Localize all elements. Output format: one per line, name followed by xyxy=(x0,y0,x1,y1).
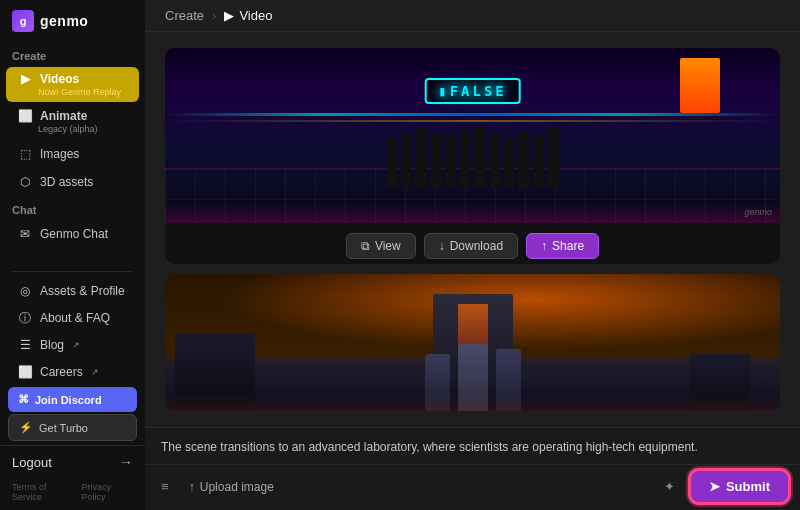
wand-button[interactable]: ✦ xyxy=(660,475,679,498)
person-icon: ◎ xyxy=(18,284,32,298)
view-button[interactable]: ⧉ View xyxy=(346,233,416,259)
sil-7 xyxy=(474,126,486,188)
sidebar-item-careers[interactable]: ⬜ Careers ↗ xyxy=(6,359,139,385)
view-icon: ⧉ xyxy=(361,239,370,253)
join-discord-button[interactable]: ⌘ Join Discord xyxy=(8,387,137,412)
sidebar-item-assets-profile[interactable]: ◎ Assets & Profile xyxy=(6,278,139,304)
sidebar-item-3dassets[interactable]: ⬡ 3D assets xyxy=(6,169,139,195)
logout-button[interactable]: → xyxy=(119,454,133,470)
images-label: Images xyxy=(40,147,79,161)
sil-6 xyxy=(460,130,470,188)
sil-2 xyxy=(401,133,411,188)
blog-icon: ☰ xyxy=(18,338,32,352)
neon-sign: ▮FALSE xyxy=(424,78,521,104)
careers-icon: ⬜ xyxy=(18,365,32,379)
images-icon: ⬚ xyxy=(18,147,32,161)
breadcrumb-create: Create xyxy=(165,8,204,23)
logout-label: Logout xyxy=(12,455,52,470)
sil-5 xyxy=(445,136,456,188)
settings-button[interactable]: ≡ xyxy=(157,475,173,498)
video-thumbnail-1[interactable]: ▮FALSE xyxy=(165,48,780,223)
chat-section-label: Chat xyxy=(0,196,145,220)
sil-8 xyxy=(490,134,500,188)
chat-icon: ✉ xyxy=(18,227,32,241)
watermark: genmo xyxy=(744,207,772,217)
bottom-area: The scene transitions to an advanced lab… xyxy=(145,427,800,510)
blog-label: Blog xyxy=(40,338,64,352)
sil-1 xyxy=(387,138,397,188)
footer-links: Terms of Service Privacy Policy xyxy=(0,478,145,506)
careers-label: Careers xyxy=(40,365,83,379)
turbo-label: Get Turbo xyxy=(39,422,88,434)
sidebar-item-blog[interactable]: ☰ Blog ↗ xyxy=(6,332,139,358)
upload-label: Upload image xyxy=(200,480,274,494)
sidebar-divider-1 xyxy=(12,271,133,272)
upload-image-button[interactable]: ↑ Upload image xyxy=(181,476,282,498)
blog-external-icon: ↗ xyxy=(72,340,80,350)
floor-glow xyxy=(165,203,780,223)
breadcrumb-separator: › xyxy=(212,8,216,23)
input-row: ≡ ↑ Upload image ✦ ➤ Submit xyxy=(145,464,800,510)
privacy-link[interactable]: Privacy Policy xyxy=(82,482,133,502)
submit-button[interactable]: ➤ Submit xyxy=(691,471,788,502)
submit-label: Submit xyxy=(726,479,770,494)
sidebar-item-animate[interactable]: ⬜ Animate Legacy (alpha) xyxy=(6,104,139,139)
logo-area: g genmo xyxy=(0,0,145,42)
breadcrumb-video-icon: ▶ xyxy=(224,8,234,23)
info-icon: ⓘ xyxy=(18,311,32,325)
share-icon: ↑ xyxy=(541,239,547,253)
main-content: Create › ▶ Video ▮FALSE xyxy=(145,0,800,510)
sil-4 xyxy=(431,133,441,188)
video-card-2 xyxy=(165,274,780,411)
sidebar: g genmo Create ▶ Videos Now! Genmo Repla… xyxy=(0,0,145,510)
yellow-band xyxy=(165,120,780,122)
assets-profile-label: Assets & Profile xyxy=(40,284,125,298)
careers-external-icon: ↗ xyxy=(91,367,99,377)
wand-icon: ✦ xyxy=(664,479,675,494)
cyan-band xyxy=(165,113,780,116)
logout-area: Logout → xyxy=(0,445,145,478)
neon-sign-text: ▮FALSE xyxy=(438,83,507,99)
get-turbo-button[interactable]: ⚡ Get Turbo xyxy=(8,414,137,441)
create-section-label: Create xyxy=(0,42,145,66)
content-area: ▮FALSE xyxy=(145,32,800,427)
scene-1-bg: ▮FALSE xyxy=(165,48,780,223)
share-button[interactable]: ↑ Share xyxy=(526,233,599,259)
turbo-icon: ⚡ xyxy=(19,421,33,434)
videos-label: Videos xyxy=(40,72,79,86)
terms-link[interactable]: Terms of Service xyxy=(12,482,74,502)
about-label: About & FAQ xyxy=(40,311,110,325)
genmo-chat-label: Genmo Chat xyxy=(40,227,108,241)
sil-9 xyxy=(504,138,514,188)
sidebar-item-images[interactable]: ⬚ Images xyxy=(6,141,139,167)
video-thumbnail-2[interactable] xyxy=(165,274,780,411)
video-actions: ⧉ View ↓ Download ↑ Share xyxy=(165,223,780,264)
sil-3 xyxy=(415,128,427,188)
3dassets-icon: ⬡ xyxy=(18,175,32,189)
view-label: View xyxy=(375,239,401,253)
upload-icon: ↑ xyxy=(189,480,195,494)
silhouette-row xyxy=(165,126,780,188)
download-label: Download xyxy=(450,239,503,253)
sidebar-item-genmo-chat[interactable]: ✉ Genmo Chat xyxy=(6,221,139,247)
sidebar-item-videos[interactable]: ▶ Videos Now! Genmo Replay xyxy=(6,67,139,102)
animate-label: Animate xyxy=(40,109,87,123)
download-icon: ↓ xyxy=(439,239,445,253)
sidebar-item-about[interactable]: ⓘ About & FAQ xyxy=(6,305,139,331)
video-icon: ▶ xyxy=(18,72,32,86)
logo-icon: g xyxy=(12,10,34,32)
videos-badge: Now! Genmo Replay xyxy=(38,87,127,97)
orange-box xyxy=(680,58,720,113)
share-label: Share xyxy=(552,239,584,253)
animate-sub: Legacy (alpha) xyxy=(38,124,127,134)
logo-text: genmo xyxy=(40,13,88,29)
download-button[interactable]: ↓ Download xyxy=(424,233,518,259)
discord-label: Join Discord xyxy=(35,394,102,406)
sil-11 xyxy=(533,135,543,188)
send-icon: ➤ xyxy=(709,479,720,494)
settings-icon: ≡ xyxy=(161,479,169,494)
video-card-1: ▮FALSE xyxy=(165,48,780,264)
ground-glow-2 xyxy=(165,394,780,411)
breadcrumb-video: Video xyxy=(239,8,272,23)
prompt-area: The scene transitions to an advanced lab… xyxy=(145,428,800,464)
